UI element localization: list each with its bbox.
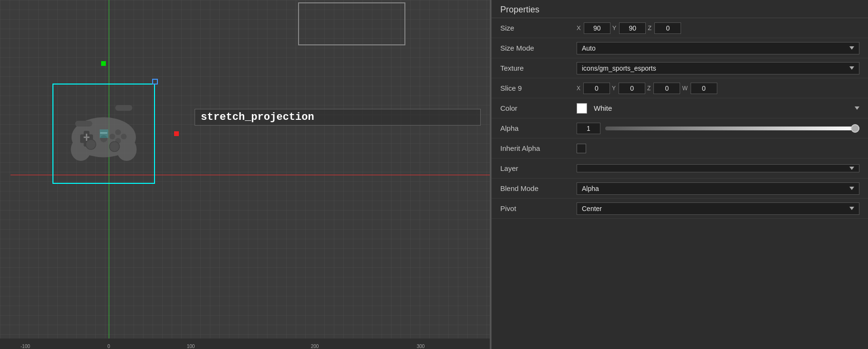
layer-label: Layer (500, 164, 577, 172)
blend-mode-value: Alpha (577, 182, 859, 195)
handle-red[interactable] (174, 131, 179, 136)
svg-point-9 (110, 134, 115, 139)
pivot-row: Pivot Center (492, 199, 868, 219)
handle-blue[interactable] (152, 79, 158, 85)
pivot-dropdown[interactable]: Center (577, 202, 859, 215)
alpha-slider[interactable] (605, 127, 859, 130)
texture-value: icons/gm_sports_esports (577, 62, 859, 74)
ruler-tick-100: 100 (187, 344, 195, 349)
slice9-row: Slice 9 X Y Z W (492, 78, 868, 98)
svg-rect-15 (84, 137, 90, 138)
slice9-w-input[interactable] (691, 83, 717, 94)
size-x-label: X (577, 24, 581, 32)
layer-dropdown[interactable] (577, 164, 859, 172)
svg-point-5 (100, 135, 107, 142)
texture-row: Texture icons/gm_sports_esports (492, 58, 868, 78)
canvas-area[interactable]: stretch_projection (0, 0, 491, 349)
alpha-input[interactable] (577, 123, 600, 134)
size-z-input[interactable] (654, 22, 681, 34)
handle-green[interactable] (101, 61, 106, 66)
inherit-alpha-label: Inherit Alpha (500, 144, 577, 152)
color-swatch[interactable] (577, 103, 587, 114)
size-y-label: Y (612, 24, 617, 32)
pivot-value: Center (577, 202, 859, 215)
size-mode-value: Auto (577, 42, 859, 54)
size-label: Size (500, 24, 577, 32)
svg-point-10 (86, 139, 96, 149)
slice9-y-input[interactable] (619, 83, 645, 94)
slice9-x-label: X (577, 85, 580, 92)
size-mode-dropdown[interactable]: Auto (577, 42, 859, 54)
properties-panel: Properties Size X Y Z Size Mode Auto Tex (491, 0, 868, 349)
texture-label: Texture (500, 64, 577, 72)
pivot-chevron (849, 207, 854, 210)
ruler-tick-0: 0 (107, 344, 110, 349)
size-y-input[interactable] (619, 22, 646, 34)
color-text: White (594, 104, 848, 112)
blend-mode-label: Blend Mode (500, 184, 577, 192)
layer-row: Layer (492, 159, 868, 179)
ruler-bottom: -100 0 100 200 300 (0, 338, 491, 349)
svg-point-7 (121, 134, 127, 139)
inherit-alpha-row: Inherit Alpha (492, 138, 868, 159)
slice9-label: Slice 9 (500, 84, 577, 92)
layer-chevron (849, 167, 854, 170)
controller-svg (67, 105, 141, 162)
texture-dropdown[interactable]: icons/gm_sports_esports (577, 62, 859, 74)
size-row: Size X Y Z (492, 18, 868, 38)
svg-rect-13 (115, 105, 133, 111)
slice9-x-input[interactable] (583, 83, 610, 94)
slice9-value: X Y Z W (577, 83, 859, 94)
size-mode-chevron (849, 46, 854, 50)
color-chevron (855, 106, 859, 110)
color-value: White (577, 103, 859, 114)
alpha-label: Alpha (500, 124, 577, 132)
size-x-input[interactable] (584, 22, 610, 34)
layer-value (577, 164, 859, 172)
size-mode-row: Size Mode Auto (492, 38, 868, 58)
ruler-tick-300: 300 (417, 344, 425, 349)
blend-mode-dropdown[interactable]: Alpha (577, 182, 859, 195)
svg-rect-16 (100, 132, 107, 134)
alpha-thumb (851, 124, 859, 133)
color-row: Color White (492, 98, 868, 118)
svg-point-6 (115, 129, 121, 135)
alpha-row: Alpha (492, 118, 868, 138)
texture-chevron (849, 66, 854, 70)
svg-rect-12 (75, 121, 93, 127)
rect-outline-top (298, 2, 405, 45)
blend-mode-row: Blend Mode Alpha (492, 179, 868, 199)
size-mode-label: Size Mode (500, 44, 577, 52)
slice9-z-label: Z (647, 85, 651, 92)
slice9-y-label: Y (612, 85, 616, 92)
inherit-alpha-checkbox[interactable] (577, 144, 586, 153)
blend-mode-chevron (849, 187, 854, 190)
stretch-projection-label: stretch_projection (195, 109, 481, 126)
size-z-label: Z (648, 24, 651, 32)
ruler-tick-neg100: -100 (21, 344, 30, 349)
panel-title: Properties (492, 0, 868, 18)
color-label: Color (500, 104, 577, 112)
ruler-tick-200: 200 (311, 344, 319, 349)
slice9-w-label: W (682, 85, 687, 92)
alpha-value (577, 123, 859, 134)
slice9-z-input[interactable] (653, 83, 680, 94)
inherit-alpha-value (577, 144, 859, 153)
panel-divider[interactable] (490, 0, 491, 349)
pivot-label: Pivot (500, 204, 577, 212)
controller-icon-area (55, 86, 153, 181)
size-value: X Y Z (577, 22, 859, 34)
svg-point-11 (110, 142, 120, 152)
